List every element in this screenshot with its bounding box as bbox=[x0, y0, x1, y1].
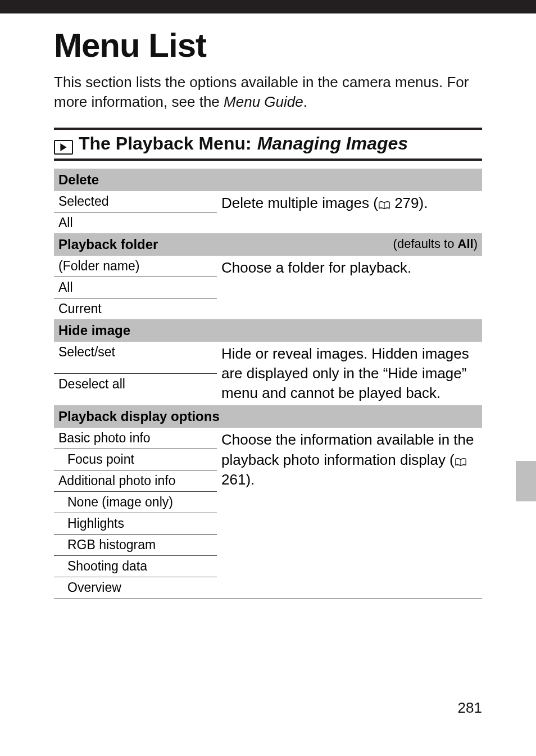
desc-text-a: Delete multiple images ( bbox=[221, 194, 378, 211]
option-current: Current bbox=[54, 298, 217, 320]
option-additional-photo-info: Additional photo info bbox=[54, 470, 217, 492]
section-header: The Playback Menu: Managing Images bbox=[54, 128, 482, 161]
option-rgb-histogram: RGB histogram bbox=[54, 535, 217, 556]
defaults-post: ) bbox=[474, 237, 478, 251]
desc-text-a: Choose the information available in the … bbox=[221, 431, 474, 468]
option-deselect-all: Deselect all bbox=[54, 374, 217, 406]
defaults-note: (defaults to All) bbox=[393, 237, 478, 251]
group-header-label: Hide image bbox=[54, 319, 482, 342]
desc-text-b: ). bbox=[419, 194, 428, 211]
section-title-suffix: Managing Images bbox=[257, 133, 408, 154]
playback-icon bbox=[54, 140, 73, 155]
menu-table: Delete Selected Delete multiple images (… bbox=[54, 169, 482, 599]
group-desc-hide-image: Hide or reveal images. Hidden images are… bbox=[217, 342, 482, 405]
book-icon bbox=[455, 451, 467, 470]
group-desc-delete: Delete multiple images ( 279). bbox=[217, 191, 482, 233]
group-header-label: Playback display options bbox=[54, 405, 482, 428]
option-none: None (image only) bbox=[54, 492, 217, 513]
section-title-prefix: The Playback Menu: bbox=[79, 133, 252, 154]
group-header-delete: Delete bbox=[54, 169, 482, 191]
group-header-playback-folder: Playback folder (defaults to All) bbox=[54, 233, 482, 256]
top-black-bar bbox=[0, 0, 536, 13]
desc-ref: 279 bbox=[394, 194, 419, 211]
option-row: Select/set Hide or reveal images. Hidden… bbox=[54, 342, 482, 374]
option-row: Selected Delete multiple images ( 279). bbox=[54, 191, 482, 212]
option-select-set: Select/set bbox=[54, 342, 217, 374]
option-row: (Folder name) Choose a folder for playba… bbox=[54, 256, 482, 277]
page-title: Menu List bbox=[54, 26, 482, 65]
option-highlights: Highlights bbox=[54, 513, 217, 535]
desc-text-b: ). bbox=[246, 471, 255, 488]
intro-text-b-italic: Menu Guide bbox=[224, 93, 303, 110]
option-basic-photo-info: Basic photo info bbox=[54, 428, 217, 449]
group-header-playback-display: Playback display options bbox=[54, 405, 482, 428]
group-header-hide-image: Hide image bbox=[54, 319, 482, 342]
svg-marker-0 bbox=[60, 143, 66, 151]
group-desc-playback-display: Choose the information available in the … bbox=[217, 428, 482, 599]
option-shooting-data: Shooting data bbox=[54, 556, 217, 577]
option-all: All bbox=[54, 212, 217, 234]
group-desc-playback-folder: Choose a folder for playback. bbox=[217, 256, 482, 319]
desc-ref: 261 bbox=[221, 471, 246, 488]
group-header-label: Playback folder (defaults to All) bbox=[54, 233, 482, 256]
side-tab bbox=[516, 461, 536, 501]
option-row: Basic photo info Choose the information … bbox=[54, 428, 482, 449]
group-header-label: Delete bbox=[54, 169, 482, 191]
header-text: Playback folder bbox=[58, 237, 158, 252]
defaults-pre: (defaults to bbox=[393, 237, 458, 251]
book-icon bbox=[378, 194, 390, 214]
page-content: Menu List This section lists the options… bbox=[0, 26, 536, 599]
option-all: All bbox=[54, 277, 217, 298]
option-foldername: (Folder name) bbox=[54, 256, 217, 277]
intro-paragraph: This section lists the options available… bbox=[54, 73, 482, 112]
option-overview: Overview bbox=[54, 577, 217, 599]
defaults-val: All bbox=[458, 237, 474, 251]
option-focus-point: Focus point bbox=[54, 449, 217, 470]
intro-text-c: . bbox=[303, 93, 307, 110]
page-number: 281 bbox=[458, 699, 482, 717]
option-selected: Selected bbox=[54, 191, 217, 212]
